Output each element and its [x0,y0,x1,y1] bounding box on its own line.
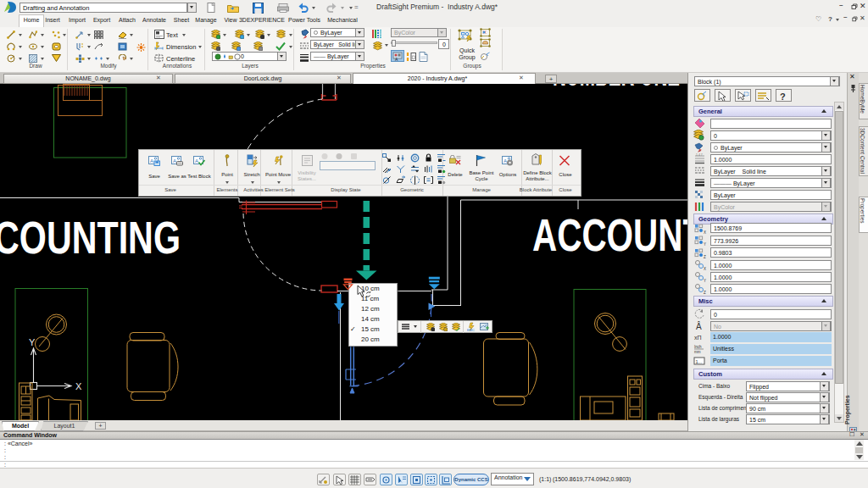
svg-text:EMC: EMC [467,328,475,331]
svg-text:Y: Y [29,337,36,347]
svg-text:mm: mm [694,350,701,354]
svg-text:?: ? [780,92,786,101]
svg-text:Z: Z [704,255,706,259]
svg-text:Â: Â [696,321,702,331]
svg-text:NUMBER ONE: NUMBER ONE [553,55,680,92]
svg-text:X: X [704,230,706,235]
svg-text:Y: Y [704,279,706,283]
svg-text:X: X [75,381,82,391]
svg-text:Y: Y [704,242,706,247]
svg-text:Z: Z [704,291,706,295]
svg-text:A: A [173,158,176,164]
svg-text:COUNTING: COUNTING [0,212,181,263]
svg-text:Inch: Inch [694,345,702,349]
svg-text:X: X [704,267,706,271]
svg-text:A: A [504,158,507,164]
svg-text:1...: 1... [696,359,703,364]
svg-text:1 4 7: 1 4 7 [696,153,703,157]
svg-text:A: A [150,158,153,164]
svg-text:A: A [195,158,198,164]
svg-text:xΠ: xΠ [694,335,702,341]
